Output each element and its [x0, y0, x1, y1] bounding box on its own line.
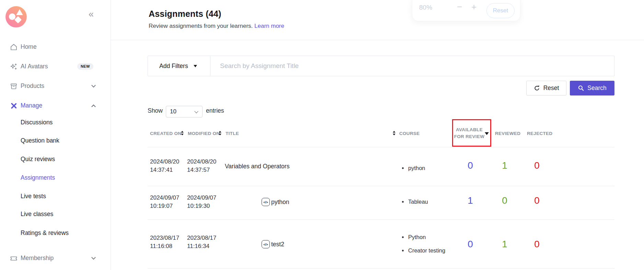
sidebar-item-label: Quiz reviews [21, 156, 55, 163]
add-filters-button[interactable]: Add Filters [148, 56, 210, 76]
divider [148, 147, 614, 147]
highlight-box-available-for-review: AVAILABLE FOR REVIEW [452, 119, 491, 147]
zoom-level: 80% [419, 4, 432, 11]
sidebar-item-discussions[interactable]: Discussions [0, 116, 111, 130]
rejected-count: 0 [529, 160, 544, 171]
sort-icon-modified-on[interactable] [219, 131, 221, 135]
assignment-title: test2 [271, 241, 284, 248]
app-logo [5, 6, 27, 27]
sparkles-icon [10, 63, 18, 71]
learn-more-link[interactable]: Learn more [254, 23, 284, 29]
refresh-icon [534, 85, 540, 91]
sidebar-item-label: Discussions [21, 119, 53, 126]
available-count: 0 [463, 239, 478, 250]
sidebar: « Home AI Avatars NEW Products [0, 0, 111, 270]
sidebar-item-membership[interactable]: Membership [0, 251, 111, 265]
modified-date: 2023/08/17 [187, 234, 216, 242]
chevron-up-icon [91, 104, 96, 109]
sidebar-item-label: Membership [21, 255, 54, 262]
rejected-count: 0 [529, 239, 544, 250]
page-subtitle: Review assignments from your learners. L… [149, 23, 284, 30]
zoom-widget: 80% − + Reset [412, 0, 520, 21]
reviewed-count: 0 [497, 195, 512, 206]
divider [148, 186, 614, 186]
sidebar-item-question-bank[interactable]: Question bank [0, 134, 111, 148]
column-header-available-line2: FOR REVIEW [454, 134, 485, 139]
zoom-out-button[interactable]: − [457, 2, 462, 12]
sidebar-item-live-classes[interactable]: Live classes [0, 207, 111, 221]
reset-button-label: Reset [543, 85, 559, 92]
sidebar-item-ratings-reviews[interactable]: Ratings & reviews [0, 226, 111, 240]
page-title: Assignments (44) [149, 9, 221, 19]
sort-icon-title[interactable] [393, 131, 395, 135]
reset-button[interactable]: Reset [526, 81, 566, 95]
modified-on-cell: 2023/08/17 11:16:34 [187, 234, 216, 250]
assignment-title: python [271, 199, 289, 206]
search-icon [578, 85, 584, 91]
created-on-cell: 2023/08/17 11:16:08 [150, 234, 179, 250]
chevron-down-icon [194, 109, 198, 113]
sidebar-item-label: Home [21, 43, 37, 50]
logo-triangle-shape [16, 9, 23, 15]
created-time: 14:37:41 [150, 166, 179, 174]
rejected-count: 0 [529, 195, 544, 206]
ticket-icon [10, 254, 18, 262]
zoom-in-button[interactable]: + [471, 2, 476, 12]
sidebar-item-label: Ratings & reviews [21, 229, 69, 237]
sidebar-item-label: Manage [21, 102, 42, 109]
column-filter-caret-icon[interactable] [485, 132, 489, 135]
search-button[interactable]: Search [570, 81, 614, 95]
sidebar-item-products[interactable]: Products [0, 79, 111, 93]
chevron-down-icon [91, 83, 96, 88]
logo-diamond-shape [14, 16, 22, 23]
search-input[interactable] [210, 56, 614, 76]
search-button-label: Search [587, 85, 606, 92]
code-icon: </> [262, 198, 270, 206]
collapse-sidebar-button[interactable]: « [89, 10, 94, 19]
assignment-title: Variables and Operators [225, 163, 289, 170]
page-subtitle-text: Review assignments from your learners. [149, 23, 253, 29]
modified-time: 10:19:30 [187, 202, 216, 210]
modified-time: 11:16:34 [187, 242, 216, 250]
show-label: Show [148, 107, 163, 114]
modified-on-cell: 2024/08/20 14:37:57 [187, 158, 216, 174]
sidebar-item-label: Live tests [21, 193, 46, 200]
bullet-icon [402, 167, 404, 169]
sidebar-item-home[interactable]: Home [0, 40, 111, 54]
filter-bar: Add Filters [148, 56, 614, 76]
sidebar-item-live-tests[interactable]: Live tests [0, 190, 111, 203]
divider [148, 220, 614, 220]
created-date: 2023/08/17 [150, 234, 179, 242]
available-count: 0 [463, 160, 478, 171]
code-icon: </> [262, 240, 270, 248]
bullet-icon [402, 201, 404, 203]
sidebar-item-manage[interactable]: Manage [0, 99, 111, 113]
created-date: 2024/09/07 [150, 194, 179, 202]
chevron-down-icon [91, 255, 96, 260]
sidebar-item-label: Question bank [21, 137, 59, 144]
column-header-rejected: REJECTED [527, 131, 552, 136]
created-time: 11:16:08 [150, 242, 179, 250]
sidebar-item-label: AI Avatars [21, 63, 48, 70]
course-name: Tableau [408, 199, 428, 205]
modified-date: 2024/08/20 [187, 158, 216, 166]
app-root: « Home AI Avatars NEW Products [0, 0, 644, 270]
column-header-modified-on: MODIFIED ON [188, 131, 220, 136]
caret-down-icon [194, 65, 197, 67]
divider [148, 268, 614, 269]
column-header-course: COURSE [399, 131, 420, 136]
sidebar-item-assignments[interactable]: Assignments [0, 171, 111, 185]
course-name: Python [408, 234, 426, 240]
column-header-created-on: CREATED ON [150, 131, 181, 136]
zoom-reset-button[interactable]: Reset [486, 3, 515, 18]
page-size-select[interactable]: 10 [166, 106, 203, 117]
sidebar-item-label: Live classes [21, 211, 53, 218]
sidebar-item-quiz-reviews[interactable]: Quiz reviews [0, 153, 111, 166]
header-divider [111, 40, 644, 40]
modified-on-cell: 2024/09/07 10:19:30 [187, 194, 216, 210]
sort-icon-created-on[interactable] [181, 131, 184, 135]
modified-time: 14:37:57 [187, 166, 216, 174]
entries-label: entries [206, 107, 224, 114]
box-icon [10, 82, 18, 90]
sidebar-item-ai-avatars[interactable]: AI Avatars NEW [0, 60, 111, 74]
